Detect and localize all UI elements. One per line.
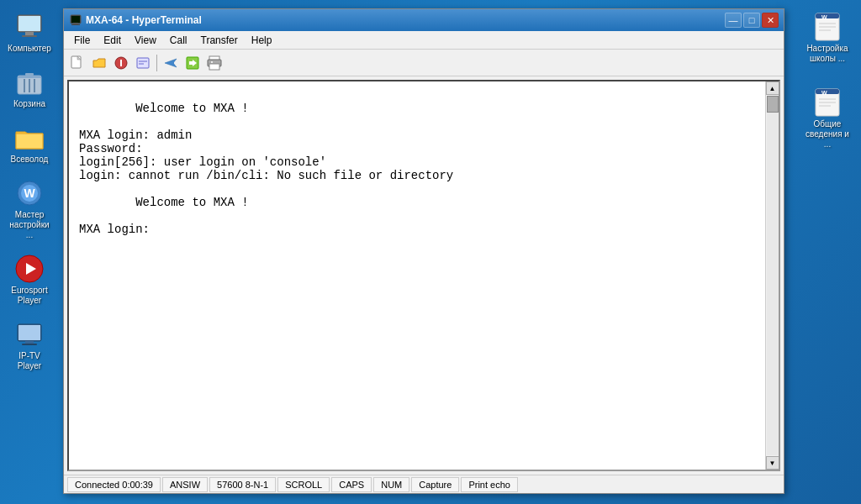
folder-label: Всеволод [11,155,49,165]
maximize-button[interactable]: □ [743,13,760,28]
svg-rect-2 [25,32,34,35]
scroll-thumb[interactable] [767,96,779,113]
school-icon: W [812,12,843,42]
status-bar: Connected 0:00:39 ANSIW 57600 8-N-1 SCRO… [64,475,784,493]
desktop-icons-right: W Настройка школы ... W Общие с [794,0,861,504]
toolbar-send[interactable] [161,53,181,73]
toolbar-properties[interactable] [133,53,153,73]
recycle-label: Корзина [13,99,45,109]
svg-rect-20 [816,13,839,18]
desktop-icons-left: Компьютер Корзина [0,0,59,504]
toolbar-disconnect[interactable] [111,53,131,73]
svg-text:W: W [24,186,35,200]
svg-rect-6 [25,73,34,76]
svg-rect-26 [816,89,839,94]
svg-rect-47 [211,61,213,63]
svg-rect-46 [209,64,219,70]
svg-rect-33 [73,23,78,24]
svg-rect-3 [22,35,37,37]
toolbar-open[interactable] [89,53,109,73]
svg-rect-16 [18,325,40,340]
computer-icon [14,12,45,42]
status-num: NUM [373,477,409,492]
scroll-up[interactable]: ▲ [766,81,779,95]
minimize-button[interactable]: — [725,13,742,28]
desktop: Компьютер Корзина [0,0,861,504]
menu-view[interactable]: View [128,33,163,48]
toolbar-new[interactable] [67,53,87,73]
master-icon-desktop[interactable]: W Мастер настройки ... [3,175,56,244]
svg-rect-37 [120,60,122,66]
svg-rect-32 [71,16,80,23]
iptv-icon-desktop[interactable]: IP-TV Player [3,316,56,375]
window-title: MXA-64 - HyperTerminal [86,14,725,26]
iptv-label: IP-TV Player [6,351,53,371]
menu-call[interactable]: Call [163,33,194,48]
status-speed: 57600 8-N-1 [209,477,276,492]
svg-rect-38 [137,58,149,68]
svg-rect-17 [25,341,34,344]
status-scroll: SCROLL [277,477,330,492]
menu-help[interactable]: Help [245,33,279,48]
svg-rect-41 [168,62,174,64]
master-label: Мастер настройки ... [6,210,53,240]
title-bar-icon [69,13,82,27]
menu-edit[interactable]: Edit [97,33,128,48]
status-encoding: ANSIW [162,477,208,492]
title-bar: MXA-64 - HyperTerminal — □ ✕ [64,9,784,31]
eurosport-label: Eurosport Player [6,286,53,306]
general-label: Общие сведения и ... [804,119,851,150]
school-icon-desktop[interactable]: W Настройка школы ... [800,8,854,67]
svg-rect-34 [71,24,80,25]
status-printecho: Print echo [461,477,518,492]
svg-rect-18 [22,344,37,345]
general-icon: W [812,87,843,118]
toolbar-print[interactable] [204,53,224,73]
scroll-down[interactable]: ▼ [766,456,779,470]
eurosport-icon-desktop[interactable]: Eurosport Player [3,250,56,309]
menu-bar: File Edit View Call Transfer Help [64,31,784,50]
svg-rect-5 [18,76,41,78]
toolbar-sep1 [156,55,157,71]
computer-icon-desktop[interactable]: Компьютер [3,8,56,57]
general-icon-desktop[interactable]: W Общие сведения и ... [800,84,854,153]
svg-rect-1 [18,16,40,31]
recycle-icon [14,67,45,97]
svg-text:W: W [821,90,827,96]
computer-label: Компьютер [8,44,51,54]
title-bar-buttons: — □ ✕ [725,13,779,28]
status-caps: CAPS [331,477,372,492]
toolbar-recv[interactable] [182,53,203,73]
folder-icon-desktop[interactable]: Всеволод [3,119,56,168]
terminal-container[interactable]: Welcome to MXA ! MXA login: admin Passwo… [67,80,780,471]
svg-text:W: W [821,14,827,20]
hyperterminal-window: MXA-64 - HyperTerminal — □ ✕ File Edit V… [63,8,784,494]
recycle-icon-desktop[interactable]: Корзина [3,64,56,113]
status-connected: Connected 0:00:39 [67,477,161,492]
folder-icon [14,123,45,153]
close-button[interactable]: ✕ [762,13,779,28]
status-capture: Capture [411,477,459,492]
eurosport-icon [14,254,45,284]
terminal-content: Welcome to MXA ! MXA login: admin Passwo… [69,81,765,470]
school-label: Настройка школы ... [804,44,851,64]
menu-file[interactable]: File [67,33,97,48]
master-icon: W [14,178,45,208]
menu-transfer[interactable]: Transfer [194,33,245,48]
iptv-icon [14,319,45,349]
terminal-scrollbar: ▲ ▼ [765,81,779,470]
toolbar [64,50,784,76]
scroll-track[interactable] [767,96,779,455]
